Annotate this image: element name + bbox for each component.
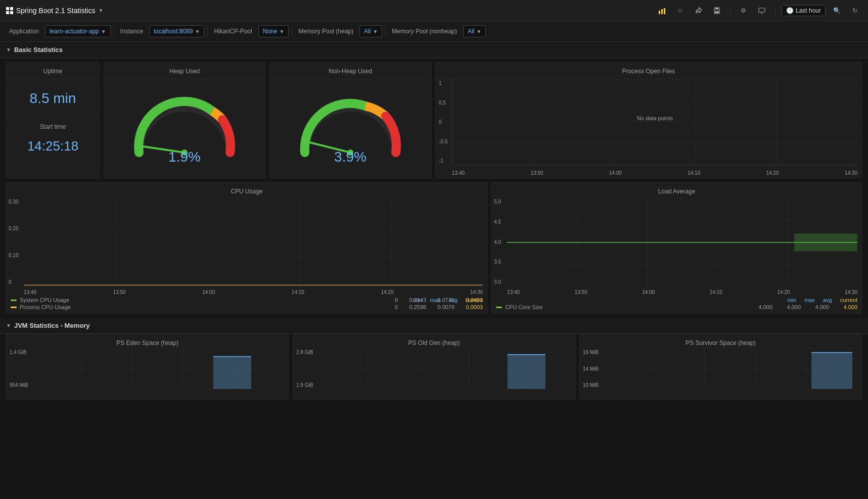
bar-chart-icon[interactable]: [655, 4, 669, 18]
sys-current: 0.0483: [463, 297, 483, 303]
grid-icon: [6, 7, 13, 14]
cpu-core-values: 4.000 4.000 4.000 4.000: [752, 304, 857, 310]
uptime-value: 8.5 min: [7, 79, 99, 118]
memory-nonheap-label: Memory Pool (nonheap): [389, 27, 460, 36]
sys-max: 0.2143: [406, 297, 426, 303]
svg-rect-2: [664, 8, 665, 14]
old-gen-chart-area: [317, 348, 571, 389]
instance-value: localhost:8089: [154, 28, 193, 35]
y-label-4: -0.5: [439, 139, 447, 144]
proc-current: 0.0003: [463, 304, 483, 310]
share-icon[interactable]: [692, 4, 706, 18]
eden-y-axis: 1.4 GiB 954 MiB: [10, 350, 28, 388]
proc-max: 0.2598: [406, 304, 426, 310]
svg-rect-0: [659, 11, 660, 14]
starttime-title: Start time: [7, 118, 99, 133]
uptime-card: Uptime 8.5 min Start time 14:25:18: [6, 62, 100, 178]
clock-icon: 🕐: [786, 7, 794, 14]
non-heap-value: 3.9%: [334, 149, 367, 165]
process-files-chart-svg: No data points: [452, 79, 857, 165]
memory-heap-select[interactable]: All ▼: [359, 25, 382, 37]
filter-sep-4: [385, 26, 386, 36]
application-label: Application: [6, 27, 42, 36]
application-select[interactable]: learn-actuator-app ▼: [45, 25, 111, 37]
jvm-statistics-header[interactable]: ▼ JVM Statistics - Memory: [0, 318, 868, 334]
load-legend-header: min max avg current: [787, 297, 857, 303]
process-cpu-label: Process CPU Usage: [20, 304, 71, 310]
cpu-load-row: CPU Usage 0.30 0.20 0.10 0: [0, 182, 868, 318]
svg-rect-4: [715, 8, 718, 10]
monitor-icon[interactable]: [755, 4, 769, 18]
topbar-divider: [730, 5, 730, 17]
jvm-chevron: ▼: [6, 323, 11, 328]
hikaricp-select[interactable]: None ▼: [258, 25, 289, 37]
process-files-y-axis: 1 0.5 0 -0.5 -1: [439, 80, 447, 164]
survivor-svg: [602, 348, 857, 389]
gear-icon[interactable]: ⚙: [737, 4, 751, 18]
y-label-2: 0.5: [439, 100, 447, 106]
cpu-legend-row-2: Process CPU Usage 0 0.2598 0.0079 0.0003: [11, 304, 483, 310]
system-cpu-color: [11, 300, 17, 301]
cpu-core-color: [496, 307, 502, 308]
time-label: Last hour: [796, 7, 821, 14]
old-gen-svg: [317, 348, 571, 389]
star-icon[interactable]: ☆: [673, 4, 688, 18]
instance-select[interactable]: localhost:8089 ▼: [149, 25, 204, 37]
process-cpu-values: 0 0.2598 0.0079 0.0003: [378, 304, 483, 310]
svg-rect-5: [715, 11, 719, 13]
topbar-right: ☆ ⚙ 🕐 Last hour 🔍 ↻: [655, 4, 862, 18]
eden-svg: [31, 348, 284, 389]
search-icon[interactable]: 🔍: [830, 4, 844, 18]
application-value: learn-actuator-app: [50, 28, 99, 35]
load-current-header: current: [840, 297, 857, 303]
heap-used-title: Heap Used: [104, 63, 265, 79]
basic-stats-chevron: ▼: [6, 47, 11, 53]
cpu-chart-svg: [24, 198, 483, 287]
y-label-1: 1: [439, 80, 447, 86]
svg-rect-58: [508, 355, 545, 389]
jvm-section: PS Eden Space (heap) 1.4 GiB 954 MiB: [0, 334, 868, 404]
application-arrow: ▼: [101, 29, 106, 34]
svg-rect-41: [794, 233, 857, 251]
load-max-header: max: [804, 297, 815, 303]
basic-statistics-header[interactable]: ▼ Basic Statistics: [0, 42, 868, 58]
save-icon[interactable]: [710, 4, 724, 18]
filter-sep-1: [114, 26, 114, 36]
cpu-usage-panel: CPU Usage 0.30 0.20 0.10 0: [6, 182, 487, 314]
y-label-5: -1: [439, 158, 447, 164]
survivor-chart-area: [602, 348, 857, 389]
process-files-title: Process Open Files: [436, 63, 861, 79]
filter-sep-2: [207, 26, 208, 36]
memory-heap-label: Memory Pool (heap): [295, 27, 356, 36]
instance-label: Instance: [117, 27, 146, 36]
cpu-y-axis: 0.30 0.20 0.10 0: [9, 199, 18, 285]
basic-stats-row: Uptime 8.5 min Start time 14:25:18 Heap …: [0, 58, 868, 182]
eden-chart-area: [31, 348, 284, 389]
load-y-axis: 5.0 4.5 4.0 3.5 3.0: [494, 199, 501, 285]
cpu-usage-title: CPU Usage: [7, 183, 487, 199]
title-dropdown-arrow[interactable]: ▼: [98, 8, 103, 13]
svg-rect-49: [213, 357, 251, 389]
memory-heap-arrow: ▼: [373, 29, 378, 34]
load-average-title: Load Average: [492, 183, 861, 199]
hikaricp-arrow: ▼: [279, 29, 284, 34]
starttime-section: Start time 14:25:18: [7, 118, 99, 162]
cpu-legend-row-1: System CPU Usage 0 0.2143 0.0775 0.0483: [11, 297, 483, 303]
refresh-icon[interactable]: ↻: [848, 4, 862, 18]
heap-used-card: Heap Used 1.9%: [104, 62, 265, 178]
process-files-card: Process Open Files 1 0.5 0 -0.5 -1 No da: [435, 62, 862, 178]
memory-nonheap-select[interactable]: All ▼: [463, 25, 486, 37]
process-files-x-axis: 13:40 13:50 14:00 14:10 14:20 14:30: [452, 170, 857, 176]
survivor-y-axis: 19 MiB 14 MiB 10 MiB: [583, 350, 599, 388]
time-picker[interactable]: 🕐 Last hour: [782, 5, 826, 16]
load-legend-row-1: CPU Core Size 4.000 4.000 4.000 4.000: [496, 304, 857, 310]
memory-nonheap-arrow: ▼: [476, 29, 481, 34]
app-logo[interactable]: Spring Boot 2.1 Statistics ▼: [6, 7, 103, 15]
proc-min: 0: [378, 304, 398, 310]
proc-avg: 0.0079: [434, 304, 454, 310]
hikaricp-value: None: [263, 28, 278, 35]
core-current: 4.000: [837, 304, 857, 310]
svg-rect-6: [759, 8, 765, 12]
svg-text:No data points: No data points: [637, 115, 673, 121]
core-min: 4.000: [752, 304, 772, 310]
